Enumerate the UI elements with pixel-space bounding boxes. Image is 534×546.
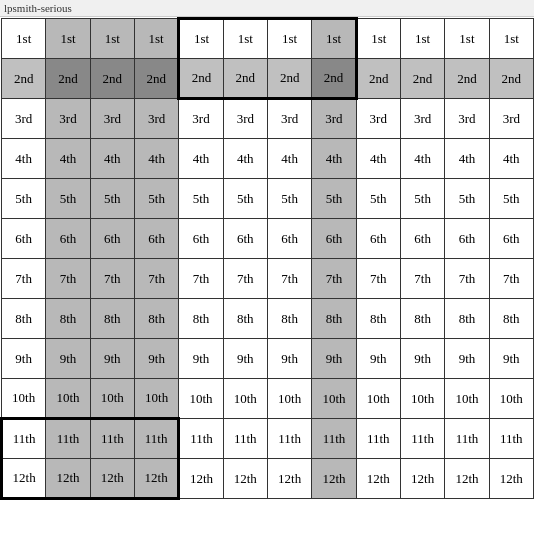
table-cell: 11th [223,419,267,459]
table-row: 12th12th12th12th12th12th12th12th12th12th… [2,459,534,499]
table-cell: 8th [179,299,223,339]
table-cell: 9th [2,339,46,379]
table-cell: 10th [400,379,444,419]
table-cell: 7th [356,259,400,299]
table-cell: 4th [400,139,444,179]
table-cell: 1st [46,19,90,59]
table-cell: 3rd [46,99,90,139]
table-cell: 6th [223,219,267,259]
table-cell: 8th [90,299,134,339]
title-bar: lpsmith-serious [0,0,534,17]
table-cell: 12th [179,459,223,499]
table-cell: 5th [2,179,46,219]
table-cell: 1st [179,19,223,59]
table-cell: 12th [445,459,489,499]
table-cell: 5th [445,179,489,219]
table-row: 10th10th10th10th10th10th10th10th10th10th… [2,379,534,419]
table-cell: 10th [356,379,400,419]
table-cell: 3rd [267,99,311,139]
table-cell: 8th [267,299,311,339]
table-cell: 1st [267,19,311,59]
table-cell: 4th [356,139,400,179]
table-cell: 7th [90,259,134,299]
table-cell: 7th [179,259,223,299]
table-cell: 8th [223,299,267,339]
table-cell: 6th [356,219,400,259]
table-cell: 11th [267,419,311,459]
table-cell: 9th [400,339,444,379]
table-row: 1st1st1st1st1st1st1st1st1st1st1st1st [2,19,534,59]
table-cell: 11th [90,419,134,459]
table-cell: 2nd [223,59,267,99]
table-cell: 6th [46,219,90,259]
table-cell: 7th [134,259,178,299]
table-cell: 8th [356,299,400,339]
table-cell: 4th [90,139,134,179]
table-cell: 4th [312,139,356,179]
table-cell: 6th [312,219,356,259]
table-cell: 1st [134,19,178,59]
table-cell: 2nd [312,59,356,99]
table-cell: 4th [134,139,178,179]
table-cell: 6th [134,219,178,259]
table-cell: 9th [134,339,178,379]
table-cell: 2nd [400,59,444,99]
table-cell: 4th [445,139,489,179]
table-cell: 8th [134,299,178,339]
table-cell: 5th [489,179,533,219]
table-cell: 8th [445,299,489,339]
table-cell: 12th [134,459,178,499]
table-cell: 5th [400,179,444,219]
table-cell: 2nd [90,59,134,99]
table-cell: 3rd [223,99,267,139]
table-cell: 10th [46,379,90,419]
table-cell: 4th [223,139,267,179]
table-row: 4th4th4th4th4th4th4th4th4th4th4th4th [2,139,534,179]
ordinal-grid: 1st1st1st1st1st1st1st1st1st1st1st1st2nd2… [0,17,534,500]
table-cell: 1st [489,19,533,59]
table-cell: 8th [2,299,46,339]
table-cell: 1st [90,19,134,59]
table-cell: 2nd [489,59,533,99]
table-cell: 3rd [90,99,134,139]
table-cell: 11th [312,419,356,459]
table-cell: 2nd [46,59,90,99]
table-cell: 12th [489,459,533,499]
table-cell: 11th [400,419,444,459]
table-cell: 7th [400,259,444,299]
table-cell: 4th [489,139,533,179]
table-cell: 12th [267,459,311,499]
table-cell: 10th [179,379,223,419]
table-cell: 10th [267,379,311,419]
table-cell: 11th [46,419,90,459]
table-cell: 1st [2,19,46,59]
table-cell: 9th [267,339,311,379]
table-cell: 6th [90,219,134,259]
table-cell: 2nd [356,59,400,99]
table-cell: 8th [312,299,356,339]
table-row: 5th5th5th5th5th5th5th5th5th5th5th5th [2,179,534,219]
table-cell: 5th [179,179,223,219]
table-cell: 2nd [179,59,223,99]
table-cell: 2nd [267,59,311,99]
table-cell: 8th [400,299,444,339]
table-row: 9th9th9th9th9th9th9th9th9th9th9th9th [2,339,534,379]
table-cell: 11th [489,419,533,459]
table-cell: 5th [134,179,178,219]
table-cell: 10th [312,379,356,419]
title-text: lpsmith-serious [4,2,72,14]
table-cell: 7th [2,259,46,299]
table-cell: 12th [2,459,46,499]
table-cell: 1st [312,19,356,59]
table-cell: 1st [356,19,400,59]
table-cell: 9th [445,339,489,379]
table-cell: 3rd [179,99,223,139]
table-cell: 7th [46,259,90,299]
table-cell: 9th [179,339,223,379]
table-cell: 3rd [400,99,444,139]
table-cell: 7th [223,259,267,299]
table-row: 11th11th11th11th11th11th11th11th11th11th… [2,419,534,459]
table-cell: 4th [179,139,223,179]
table-cell: 12th [400,459,444,499]
table-cell: 9th [489,339,533,379]
